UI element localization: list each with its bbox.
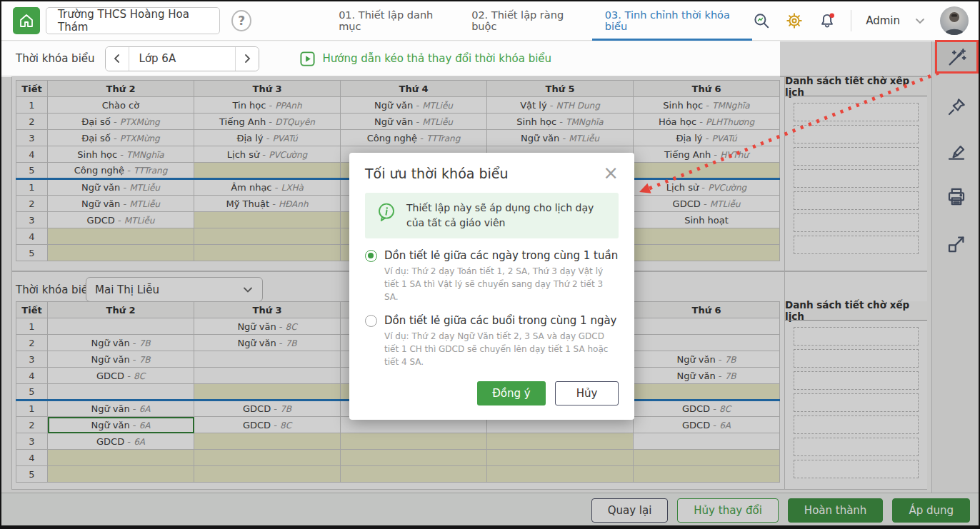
timetable-cell[interactable]: Tiếng Anh - DTQuyên — [194, 114, 341, 130]
timetable-cell[interactable]: Ngữ văn - MTLiễu — [48, 196, 194, 212]
pending-slot[interactable] — [794, 191, 919, 210]
pending-slot[interactable] — [794, 438, 919, 456]
timetable-cell[interactable] — [487, 450, 634, 466]
search-icon[interactable] — [752, 11, 771, 30]
timetable-cell[interactable] — [341, 450, 487, 466]
help-button[interactable]: ? — [231, 10, 251, 31]
next-class-button[interactable] — [235, 47, 259, 71]
school-name-box[interactable]: Trường THCS Hoàng Hoa Thám — [46, 7, 220, 34]
timetable-cell[interactable]: Sinh hoạt — [634, 212, 780, 228]
pending-slot[interactable] — [794, 393, 919, 412]
pending-slot[interactable] — [794, 147, 919, 166]
timetable-cell[interactable]: Ngữ văn - 7B — [48, 351, 194, 368]
timetable-cell[interactable]: Ngữ văn - 7B — [634, 368, 780, 384]
timetable-cell[interactable]: Ngữ văn - MTLiễu — [341, 114, 487, 130]
drag-guide-link[interactable]: Hướng dẫn kéo thả thay đổi thời khóa biể… — [299, 51, 552, 67]
timetable-cell[interactable]: Ngữ văn - 7B — [48, 335, 194, 351]
timetable-cell[interactable] — [487, 433, 634, 450]
timetable-cell[interactable]: Đại số - PTXMừng — [48, 114, 194, 130]
timetable-cell[interactable] — [194, 351, 341, 368]
timetable-cell[interactable] — [48, 245, 194, 261]
timetable-cell[interactable]: Vật lý - NTH Dung — [487, 97, 634, 114]
pending-slot[interactable] — [794, 327, 919, 346]
timetable-cell[interactable] — [634, 335, 780, 351]
timetable-cell[interactable] — [48, 466, 194, 483]
timetable-cell[interactable]: GDCD - 6A — [48, 433, 194, 450]
timetable-cell[interactable] — [194, 212, 341, 228]
notifications-bell-icon[interactable] — [818, 11, 836, 30]
timetable-cell[interactable]: GDCD - MTLiễu — [48, 212, 194, 228]
timetable-cell[interactable]: Chào cờ — [48, 97, 194, 114]
cancel-button[interactable]: Hủy — [555, 381, 619, 405]
timetable-cell[interactable]: GDCD - 8C — [634, 400, 780, 417]
confirm-button[interactable]: Đồng ý — [477, 381, 546, 405]
timetable-cell[interactable]: GDCD - 6A — [634, 417, 780, 433]
timetable-cell[interactable]: Ngữ văn - 8C — [194, 318, 341, 335]
timetable-cell[interactable]: Sinh học - TMNghĩa — [487, 114, 634, 130]
pending-slot[interactable] — [794, 371, 919, 390]
timetable-cell[interactable] — [48, 318, 194, 335]
timetable-cell[interactable]: Địa lý - PVATú — [194, 130, 341, 146]
timetable-cell[interactable] — [634, 318, 780, 335]
timetable-cell[interactable] — [341, 433, 487, 450]
timetable-cell[interactable] — [194, 433, 341, 450]
pending-slot[interactable] — [794, 169, 919, 188]
settings-gear-icon[interactable] — [785, 11, 804, 30]
highlighter-button[interactable] — [934, 136, 979, 167]
print-button[interactable] — [934, 181, 979, 213]
timetable-cell[interactable] — [194, 450, 341, 466]
user-name[interactable]: Admin — [866, 14, 900, 27]
timetable-cell[interactable]: Ngữ văn - MTLiễu — [48, 179, 194, 196]
timetable-cell[interactable]: Ngữ văn - 7B — [634, 351, 780, 368]
timetable-cell[interactable]: Đại số - PTXMừng — [48, 130, 194, 146]
expand-button[interactable] — [934, 228, 979, 260]
apply-button[interactable]: Áp dụng — [892, 498, 970, 523]
timetable-cell[interactable]: GDCD - 8C — [48, 368, 194, 384]
chevron-down-icon[interactable] — [914, 15, 926, 26]
timetable-cell[interactable]: Ngữ văn - 7B — [194, 335, 341, 351]
timetable-cell[interactable] — [194, 228, 341, 245]
timetable-cell[interactable]: Ngữ văn - 6A — [48, 417, 194, 433]
timetable-cell[interactable]: Hóa học - PLHThương — [634, 114, 780, 130]
pending-slot[interactable] — [794, 349, 919, 368]
tab-thiet-lap-rang-buoc[interactable]: 02. Thiết lập ràng buộc — [459, 1, 592, 41]
timetable-cell[interactable] — [48, 384, 194, 400]
timetable-cell[interactable]: Tiếng Anh - HVThư — [634, 146, 780, 163]
finish-button[interactable]: Hoàn thành — [788, 498, 884, 523]
timetable-cell[interactable]: Ngữ văn - MTLiễu — [487, 130, 634, 146]
timetable-cell[interactable] — [634, 163, 780, 179]
radio-merge-within-day[interactable]: Dồn tiết lẻ giữa các buổi trong cùng 1 n… — [365, 314, 619, 327]
prev-class-button[interactable] — [106, 47, 129, 71]
timetable-cell[interactable] — [634, 450, 780, 466]
timetable-cell[interactable]: Địa lý - PVATú — [634, 130, 780, 146]
timetable-cell[interactable] — [634, 245, 780, 261]
timetable-cell[interactable]: Ngữ văn - 6A — [48, 400, 194, 417]
pending-slot[interactable] — [794, 236, 919, 254]
timetable-cell[interactable]: GDCD - MTLiễu — [634, 196, 780, 212]
timetable-cell[interactable]: Lịch sử - PVCường — [194, 146, 341, 163]
timetable-cell[interactable]: Sinh học - TMNghĩa — [48, 146, 194, 163]
tab-thiet-lap-danh-muc[interactable]: 01. Thiết lập danh mục — [326, 1, 459, 41]
avatar[interactable] — [940, 6, 969, 35]
discard-changes-button[interactable]: Hủy thay đổi — [677, 498, 779, 523]
selected-class[interactable]: Lớp 6A — [129, 47, 235, 71]
pending-slot[interactable] — [794, 460, 919, 478]
timetable-cell[interactable] — [341, 466, 487, 483]
timetable-cell[interactable] — [194, 163, 341, 179]
timetable-cell[interactable]: Âm nhạc - LXHà — [194, 179, 341, 196]
timetable-cell[interactable]: Công nghệ - TTTrang — [341, 130, 487, 146]
pending-slot[interactable] — [794, 125, 919, 143]
timetable-cell[interactable] — [487, 466, 634, 483]
timetable-cell[interactable] — [194, 384, 341, 400]
timetable-cell[interactable]: Tin học - PPAnh — [194, 97, 341, 114]
pending-slot[interactable] — [794, 415, 919, 434]
back-button[interactable]: Quay lại — [591, 498, 669, 523]
home-button[interactable] — [13, 7, 40, 34]
optimize-wand-button[interactable] — [934, 42, 979, 74]
timetable-cell[interactable]: GDCD - 8C — [194, 417, 341, 433]
timetable-cell[interactable]: Mỹ Thuật - HĐAnh — [194, 196, 341, 212]
close-icon[interactable]: × — [603, 166, 619, 180]
radio-merge-across-days[interactable]: Dồn tiết lẻ giữa các ngày trong cùng 1 t… — [365, 249, 619, 262]
timetable-cell[interactable]: Sinh học - TMNghĩa — [634, 97, 780, 114]
timetable-cell[interactable]: Công nghệ - TTTrang — [48, 163, 194, 179]
